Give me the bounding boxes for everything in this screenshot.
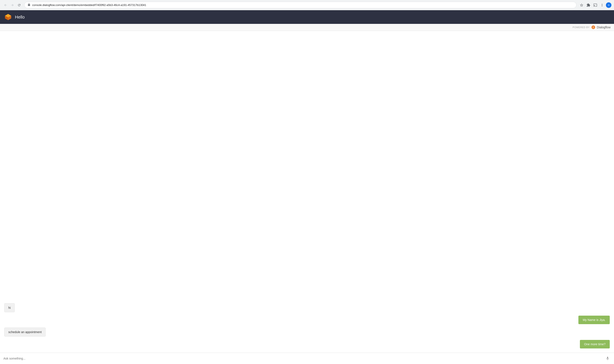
- user-message-again: One more time?: [580, 340, 610, 349]
- star-button[interactable]: [579, 2, 585, 8]
- secure-icon: [27, 3, 30, 7]
- powered-by-bar: POWERED BY Dialogflow: [0, 24, 614, 31]
- browser-nav-buttons: [2, 2, 22, 8]
- chat-area: hi My Name is Jiya. schedule an appointm…: [0, 31, 614, 353]
- browser-chrome: n: [0, 0, 614, 10]
- extensions-button[interactable]: [586, 2, 591, 8]
- powered-by-label: POWERED BY: [573, 26, 590, 28]
- forward-button[interactable]: [9, 2, 15, 8]
- profile-button[interactable]: n: [606, 2, 612, 8]
- back-button[interactable]: [2, 2, 9, 8]
- svg-point-5: [593, 27, 594, 28]
- address-bar[interactable]: [24, 2, 576, 8]
- input-area: [0, 353, 614, 364]
- cast-button[interactable]: [592, 2, 598, 8]
- dialogflow-brand-name: Dialogflow: [597, 26, 611, 29]
- chat-input[interactable]: [3, 357, 602, 360]
- chat-spacer: [4, 35, 610, 300]
- bot-message-hi: hi: [4, 303, 15, 312]
- dialogflow-logo-icon: [591, 25, 595, 29]
- app-logo-icon: [4, 13, 12, 21]
- mic-button[interactable]: [605, 355, 611, 362]
- menu-button[interactable]: [599, 2, 605, 8]
- user-message-name: My Name is Jiya.: [578, 316, 610, 324]
- dialogflow-logo: Dialogflow: [591, 25, 611, 29]
- browser-actions: n: [579, 2, 612, 8]
- app-title: Hello: [15, 15, 25, 20]
- bot-message-schedule: schedule an appointment: [4, 327, 46, 337]
- app-header: Hello: [0, 10, 614, 24]
- url-input[interactable]: [32, 3, 573, 7]
- refresh-button[interactable]: [16, 2, 22, 8]
